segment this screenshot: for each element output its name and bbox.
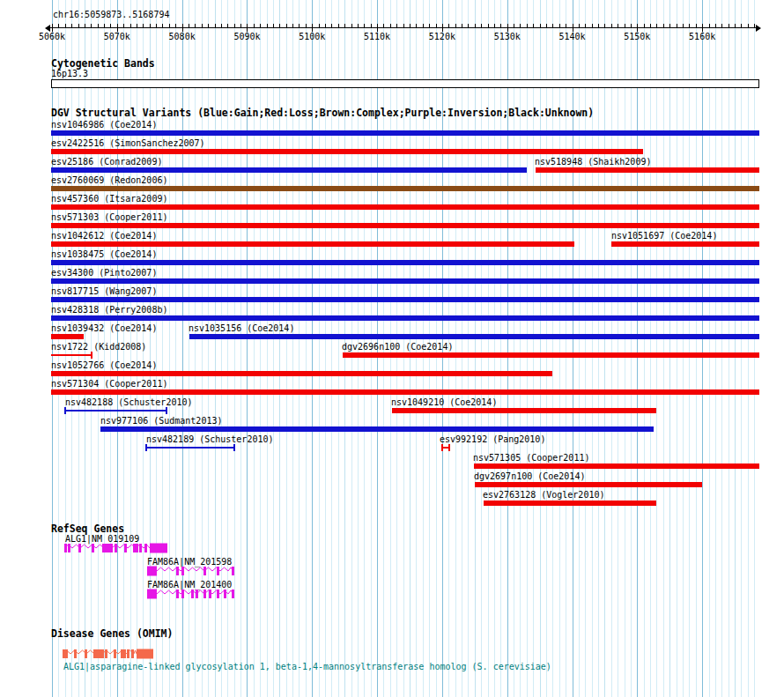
variant-label[interactable]: nsv1039432 (Coe2014) xyxy=(51,323,157,333)
variant-bar[interactable] xyxy=(51,315,759,321)
exon-tick xyxy=(224,589,226,598)
variant-bar-end-tick xyxy=(64,407,66,414)
variant-label[interactable]: nsv1049210 (Coe2014) xyxy=(391,397,497,407)
ruler-line xyxy=(49,27,759,28)
variant-bar[interactable] xyxy=(51,297,759,302)
exon-tick xyxy=(131,649,134,658)
exon-tick xyxy=(115,544,117,552)
exon-box xyxy=(150,544,167,553)
variant-bar[interactable] xyxy=(189,334,759,339)
variant-bar[interactable] xyxy=(51,334,84,339)
variant-bar[interactable] xyxy=(484,501,656,506)
variant-bar-end-tick xyxy=(166,407,167,414)
exon-tick xyxy=(232,567,234,575)
section-title-omim: Disease Genes (OMIM) xyxy=(51,628,173,640)
variant-bar[interactable] xyxy=(100,426,654,432)
ruler-right-arrow-icon xyxy=(756,25,761,32)
exon-tick xyxy=(96,649,99,658)
variant-bar[interactable] xyxy=(343,352,759,358)
variant-bar[interactable] xyxy=(51,204,759,210)
exon-tick xyxy=(99,649,101,658)
exon-tick xyxy=(196,589,198,598)
exon-tick xyxy=(68,544,70,552)
exon-tick xyxy=(181,589,184,598)
variant-label[interactable]: nsv1046986 (Coe2014) xyxy=(51,120,157,130)
variant-label[interactable]: esv34300 (Pinto2007) xyxy=(51,268,157,278)
axis-tick-label: 5130k xyxy=(494,32,521,41)
variant-label[interactable]: nsv1035156 (Coe2014) xyxy=(189,323,294,333)
exon-tick xyxy=(92,544,94,552)
gene-glyph[interactable] xyxy=(0,587,784,601)
variant-label[interactable]: nsv482188 (Schuster2010) xyxy=(65,397,193,407)
variant-label[interactable]: nsv571304 (Cooper2011) xyxy=(51,379,167,389)
variant-bar[interactable] xyxy=(64,410,167,412)
variant-bar[interactable] xyxy=(145,447,235,449)
cytoband[interactable] xyxy=(51,79,759,88)
exon-tick xyxy=(124,544,127,552)
variant-label[interactable]: nsv482189 (Schuster2010) xyxy=(146,434,274,444)
variant-label[interactable]: nsv1051697 (Coe2014) xyxy=(611,231,717,241)
axis-tick-label: 5080k xyxy=(169,32,196,41)
exon-tick xyxy=(191,589,194,598)
exon-tick xyxy=(203,567,206,575)
variant-label[interactable]: esv992192 (Pang2010) xyxy=(440,434,545,444)
variant-label[interactable]: nsv1038475 (Coe2014) xyxy=(51,249,157,259)
variant-bar[interactable] xyxy=(51,260,759,265)
gene-glyph[interactable] xyxy=(0,647,784,661)
variant-bar-end-tick xyxy=(233,444,235,451)
axis-tick-label: 5090k xyxy=(233,32,260,41)
variant-bar[interactable] xyxy=(51,278,759,284)
variant-bar[interactable] xyxy=(51,371,552,376)
exon-tick xyxy=(144,544,147,552)
variant-label[interactable]: esv25186 (Conrad2009) xyxy=(51,157,162,167)
variant-bar-end-tick xyxy=(91,352,92,359)
exon-tick xyxy=(176,589,179,598)
exon-tick xyxy=(101,649,104,658)
variant-label[interactable]: esv2760069 (Redon2006) xyxy=(51,175,167,185)
variant-label[interactable]: nsv977106 (Sudmant2013) xyxy=(100,416,222,426)
gene-glyph[interactable] xyxy=(0,541,784,555)
variant-label[interactable]: esv2763128 (Vogler2010) xyxy=(483,490,604,500)
axis-tick-label: 5120k xyxy=(429,32,455,41)
variant-bar[interactable] xyxy=(51,130,759,136)
variant-label[interactable]: esv2422516 (SimonSanchez2007) xyxy=(51,138,205,148)
axis-tick-label: 5160k xyxy=(689,32,715,41)
axis-tick-label: 5100k xyxy=(299,32,325,41)
variant-label[interactable]: nsv817715 (Wang2007) xyxy=(51,286,157,296)
exon-tick xyxy=(64,544,67,552)
variant-label[interactable]: nsv571305 (Cooper2011) xyxy=(473,453,589,463)
exon-tick xyxy=(93,649,96,658)
variant-bar[interactable] xyxy=(474,463,759,469)
variant-bar[interactable] xyxy=(392,408,656,413)
exon-tick xyxy=(74,649,77,658)
variant-bar[interactable] xyxy=(51,241,574,247)
axis-tick-label: 5150k xyxy=(624,32,650,41)
exon-tick xyxy=(181,567,184,575)
exon-tick xyxy=(105,544,107,552)
exon-box xyxy=(147,567,157,576)
variant-bar[interactable] xyxy=(475,482,702,487)
variant-bar[interactable] xyxy=(611,241,759,247)
variant-bar[interactable] xyxy=(51,186,759,191)
exon-box xyxy=(147,589,157,599)
variant-label[interactable]: nsv428318 (Perry2008b) xyxy=(51,305,167,315)
variant-bar[interactable] xyxy=(536,167,759,173)
variant-bar[interactable] xyxy=(51,149,643,154)
variant-bar[interactable] xyxy=(51,389,759,395)
gene-glyph[interactable] xyxy=(0,564,784,578)
variant-label[interactable]: dgv2697n100 (Coe2014) xyxy=(474,471,585,481)
variant-label[interactable]: nsv457360 (Itsara2009) xyxy=(51,194,167,204)
variant-label[interactable]: nsv1722 (Kidd2008) xyxy=(51,342,146,352)
section-title-dgv: DGV Structural Variants (Blue:Gain;Red:L… xyxy=(51,108,594,119)
variant-bar[interactable] xyxy=(51,223,759,228)
variant-label[interactable]: nsv571303 (Cooper2011) xyxy=(51,212,167,222)
axis-tick-label: 5070k xyxy=(104,32,130,41)
exon-tick xyxy=(105,649,107,658)
variant-bar-end-tick xyxy=(448,444,450,451)
variant-label[interactable]: nsv1052766 (Coe2014) xyxy=(51,360,157,370)
variant-bar[interactable] xyxy=(51,167,527,173)
variant-label[interactable]: nsv1042612 (Coe2014) xyxy=(51,231,157,241)
variant-bar[interactable] xyxy=(51,354,92,356)
variant-label[interactable]: dgv2696n100 (Coe2014) xyxy=(342,342,453,352)
variant-label[interactable]: nsv518948 (Shaikh2009) xyxy=(535,157,651,167)
